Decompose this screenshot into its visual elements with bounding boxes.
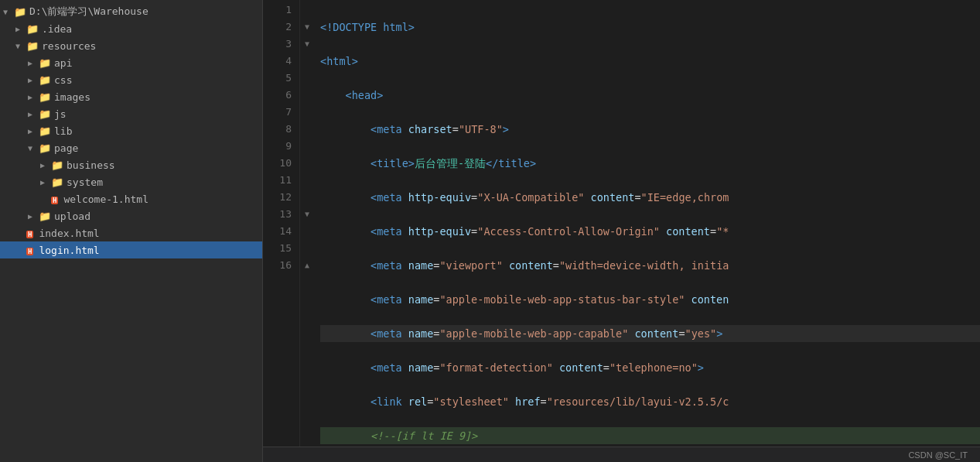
welcome1-file-icon: H	[51, 193, 58, 205]
code-line-9: <meta name="apple-mobile-web-app-status-…	[320, 291, 980, 308]
sidebar-item-css[interactable]: ▶ 📁 css	[0, 71, 262, 88]
code-line-5: <title>后台管理-登陆</title>	[320, 155, 980, 172]
images-label: images	[54, 91, 90, 103]
welcome1-label: welcome-1.html	[63, 193, 149, 205]
business-folder-icon: 📁	[51, 159, 63, 171]
business-arrow: ▶	[40, 161, 51, 169]
sidebar-item-lib[interactable]: ▶ 📁 lib	[0, 122, 262, 139]
code-line-10: <meta name="apple-mobile-web-app-capable…	[320, 325, 980, 342]
index-label: index.html	[39, 228, 99, 239]
tree-root[interactable]: ▼ 📁 D:\前端学习\Warehouse	[0, 3, 262, 20]
code-line-13: <!--[if lt IE 9]>	[320, 427, 980, 444]
code-content-area[interactable]: 1 2 3 4 5 6 7 8 9 10 11 12 13 14 15 16 ▼…	[263, 0, 980, 447]
sidebar-item-system[interactable]: ▶ 📁 system	[0, 173, 262, 190]
js-label: js	[54, 108, 67, 120]
sidebar-item-images[interactable]: ▶ 📁 images	[0, 88, 262, 105]
code-line-1: <!DOCTYPE html>	[320, 19, 980, 36]
api-label: api	[54, 57, 72, 69]
root-label: D:\前端学习\Warehouse	[29, 5, 149, 19]
system-arrow: ▶	[40, 178, 51, 187]
business-label: business	[67, 159, 115, 171]
code-line-7: <meta http-equiv="Access-Control-Allow-O…	[320, 223, 980, 240]
sidebar-item-upload[interactable]: ▶ 📁 upload	[0, 207, 262, 224]
resources-arrow: ▼	[15, 42, 26, 50]
upload-arrow: ▶	[28, 212, 39, 221]
fold-gutter: ▼ ▼ ▼ ▲	[300, 0, 314, 447]
code-line-2: <html>	[320, 53, 980, 70]
sidebar-item-api[interactable]: ▶ 📁 api	[0, 54, 262, 71]
lib-arrow: ▶	[28, 127, 39, 135]
idea-arrow: ▶	[15, 25, 26, 33]
page-arrow: ▼	[28, 144, 39, 152]
lib-label: lib	[54, 125, 72, 137]
css-arrow: ▶	[28, 76, 39, 84]
sidebar-item-login[interactable]: ▶ H login.html	[0, 241, 262, 258]
idea-label: .idea	[42, 23, 72, 35]
js-folder-icon: 📁	[39, 108, 51, 120]
code-editor: 1 2 3 4 5 6 7 8 9 10 11 12 13 14 15 16 ▼…	[263, 0, 980, 462]
code-line-6: <meta http-equiv="X-UA-Compatible" conte…	[320, 189, 980, 206]
idea-folder-icon: 📁	[26, 23, 39, 35]
code-line-12: <link rel="stylesheet" href="resources/l…	[320, 393, 980, 410]
upload-label: upload	[54, 210, 90, 222]
api-folder-icon: 📁	[39, 57, 51, 69]
login-file-icon: H	[26, 245, 33, 256]
resources-folder-icon: 📁	[26, 40, 39, 52]
index-file-icon: H	[26, 228, 33, 239]
line-numbers: 1 2 3 4 5 6 7 8 9 10 11 12 13 14 15 16	[263, 0, 300, 447]
css-folder-icon: 📁	[39, 74, 51, 86]
sidebar-item-welcome1[interactable]: ▶ H welcome-1.html	[0, 190, 262, 207]
file-tree[interactable]: ▼ 📁 D:\前端学习\Warehouse ▶ 📁 .idea ▼ 📁 reso…	[0, 0, 263, 462]
code-line-4: <meta charset="UTF-8">	[320, 121, 980, 138]
sidebar-item-business[interactable]: ▶ 📁 business	[0, 156, 262, 173]
lib-folder-icon: 📁	[39, 125, 51, 137]
sidebar-item-js[interactable]: ▶ 📁 js	[0, 105, 262, 122]
root-folder-icon: 📁	[14, 6, 26, 18]
page-folder-icon: 📁	[39, 142, 51, 154]
api-arrow: ▶	[28, 59, 39, 67]
images-arrow: ▶	[28, 93, 39, 101]
root-arrow: ▼	[3, 8, 14, 16]
sidebar-item-index[interactable]: ▶ H index.html	[0, 224, 262, 241]
bottom-bar: CSDN @SC_IT	[263, 447, 980, 462]
sidebar-item-page[interactable]: ▼ 📁 page	[0, 139, 262, 156]
system-label: system	[67, 176, 103, 188]
resources-label: resources	[42, 40, 96, 52]
bottom-bar-label: CSDN @SC_IT	[908, 450, 968, 460]
code-lines[interactable]: <!DOCTYPE html> <html> <head> <meta char…	[314, 0, 980, 447]
system-folder-icon: 📁	[51, 176, 63, 188]
page-label: page	[54, 142, 78, 154]
css-label: css	[54, 74, 72, 86]
code-line-11: <meta name="format-detection" content="t…	[320, 359, 980, 376]
js-arrow: ▶	[28, 110, 39, 118]
sidebar-item-resources[interactable]: ▼ 📁 resources	[0, 37, 262, 54]
sidebar-item-idea[interactable]: ▶ 📁 .idea	[0, 20, 262, 37]
code-line-8: <meta name="viewport" content="width=dev…	[320, 257, 980, 274]
upload-folder-icon: 📁	[39, 210, 51, 222]
code-line-3: <head>	[320, 87, 980, 104]
login-label: login.html	[39, 245, 99, 256]
images-folder-icon: 📁	[39, 91, 51, 103]
